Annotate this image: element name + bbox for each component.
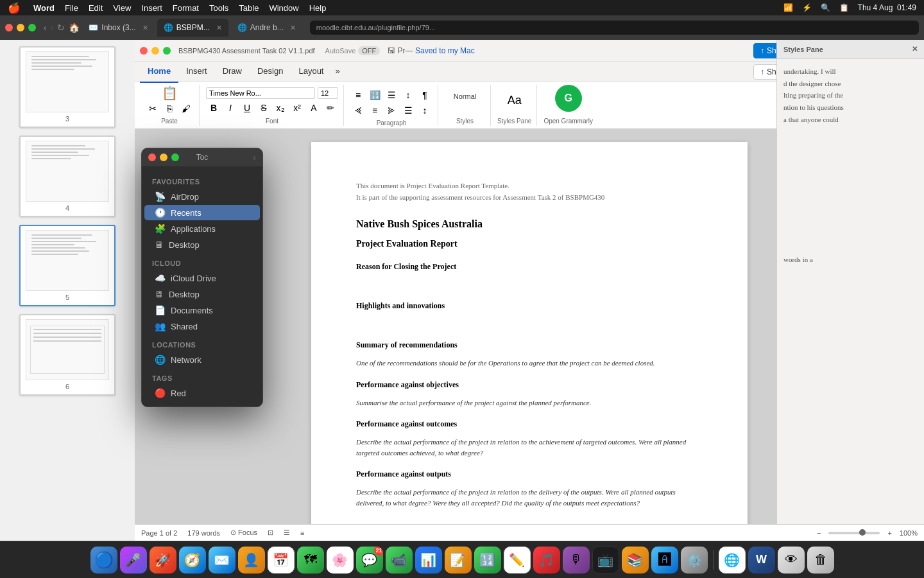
bullets-button[interactable]: ≡ bbox=[350, 87, 366, 103]
font-family-selector[interactable]: Times New Ro... bbox=[206, 87, 315, 99]
finder-item-desktop2[interactable]: 🖥 Desktop bbox=[144, 286, 260, 302]
styles-pane-button[interactable]: Aa bbox=[503, 85, 526, 116]
page-thumb-4[interactable]: 4 bbox=[19, 136, 116, 217]
reload-button[interactable]: ↻ bbox=[57, 22, 65, 33]
dock-tv[interactable]: 📺 bbox=[592, 547, 619, 574]
styles-button[interactable]: Normal bbox=[449, 85, 481, 108]
dock-photos[interactable]: 🌸 bbox=[327, 547, 354, 574]
finder-maximize[interactable] bbox=[171, 153, 179, 161]
dock-books[interactable]: 📚 bbox=[622, 547, 649, 574]
finder-close[interactable] bbox=[148, 153, 156, 161]
finder-item-icloud-drive[interactable]: ☁️ iCloud Drive bbox=[144, 270, 260, 286]
finder-item-network[interactable]: 🌐 Network bbox=[144, 352, 260, 367]
focus-button[interactable]: ⊙ Focus bbox=[230, 529, 257, 537]
outline-icon[interactable]: ☰ bbox=[284, 529, 290, 537]
show-marks-button[interactable]: ¶ bbox=[417, 87, 432, 103]
line-spacing-button[interactable]: ↕ bbox=[417, 103, 432, 118]
browser-url-bar[interactable]: moodle.cibt.edu.au/pluginfile.php/79... bbox=[310, 21, 919, 35]
menu-help[interactable]: Help bbox=[309, 3, 327, 13]
tab-insert[interactable]: Insert bbox=[178, 61, 215, 83]
dock-keynote[interactable]: 📊 bbox=[415, 547, 442, 574]
dock-mail[interactable]: ✉️ bbox=[209, 547, 235, 574]
close-button[interactable] bbox=[5, 24, 13, 31]
word-close-btn[interactable] bbox=[140, 47, 148, 55]
font-size-selector[interactable]: 12 bbox=[318, 87, 338, 99]
autosave-toggle[interactable]: OFF bbox=[358, 46, 380, 55]
maximize-button[interactable] bbox=[28, 24, 36, 31]
finder-minimize[interactable] bbox=[160, 153, 167, 161]
minimize-button[interactable] bbox=[17, 24, 24, 31]
paste-button[interactable]: 📋 bbox=[158, 85, 181, 101]
align-center-button[interactable]: ≡ bbox=[367, 103, 382, 118]
justify-button[interactable]: ☰ bbox=[400, 103, 416, 118]
search-icon[interactable]: 🔍 bbox=[821, 3, 830, 12]
open-grammarly-button[interactable]: G bbox=[555, 85, 582, 112]
tab-layout[interactable]: Layout bbox=[291, 61, 331, 83]
bold-button[interactable]: B bbox=[206, 100, 221, 116]
doc-page[interactable]: This document is Project Evaluation Repo… bbox=[311, 142, 748, 541]
zoom-in-button[interactable]: + bbox=[887, 529, 891, 537]
format-painter-button[interactable]: 🖌 bbox=[178, 101, 194, 116]
tab-home[interactable]: Home bbox=[140, 61, 178, 83]
menu-window[interactable]: Window bbox=[269, 3, 298, 13]
dock-maps[interactable]: 🗺 bbox=[297, 547, 324, 574]
finder-nav-back[interactable]: ‹ bbox=[253, 152, 256, 162]
dock-music[interactable]: 🎵 bbox=[533, 547, 560, 574]
dock-settings[interactable]: ⚙️ bbox=[681, 547, 708, 574]
dock-finder[interactable]: 🔵 bbox=[90, 547, 117, 574]
apple-menu[interactable]: 🍎 bbox=[8, 2, 21, 14]
dock-safari[interactable]: 🧭 bbox=[179, 547, 206, 574]
dock-calendar[interactable]: 📅 bbox=[268, 547, 295, 574]
highlight-button[interactable]: ✏ bbox=[323, 100, 338, 116]
finder-item-airdrop[interactable]: 📡 AirDrop bbox=[144, 189, 260, 204]
dock-chrome[interactable]: 🌐 bbox=[719, 547, 746, 574]
menu-format[interactable]: Format bbox=[173, 3, 199, 13]
dock-facetime[interactable]: 📹 bbox=[386, 547, 413, 574]
dock-word[interactable]: W bbox=[748, 547, 775, 574]
finder-item-shared[interactable]: 👥 Shared bbox=[144, 319, 260, 334]
menu-table[interactable]: Table bbox=[239, 3, 259, 13]
font-color-button[interactable]: A bbox=[306, 100, 321, 116]
word-min-btn[interactable] bbox=[151, 47, 159, 55]
align-right-button[interactable]: ⫸ bbox=[384, 103, 399, 118]
menu-view[interactable]: View bbox=[113, 3, 131, 13]
finder-item-documents[interactable]: 📄 Documents bbox=[144, 302, 260, 318]
strikethrough-button[interactable]: S bbox=[256, 100, 271, 116]
styles-pane-close-icon[interactable]: ✕ bbox=[912, 45, 918, 53]
dock-freeform[interactable]: ✏️ bbox=[504, 547, 531, 574]
back-button[interactable]: ‹ bbox=[44, 22, 47, 33]
subscript-button[interactable]: x₂ bbox=[273, 100, 288, 116]
tab-design[interactable]: Design bbox=[250, 61, 291, 83]
tab-inbox-close[interactable]: ✕ bbox=[142, 24, 148, 32]
italic-button[interactable]: I bbox=[223, 100, 238, 116]
dock-appstore[interactable]: 🅰 bbox=[651, 547, 678, 574]
page-thumb-3[interactable]: 3 bbox=[19, 46, 116, 128]
list-icon[interactable]: ≡ bbox=[300, 529, 304, 537]
finder-item-desktop[interactable]: 🖥 Desktop bbox=[144, 237, 260, 252]
layout-icon[interactable]: ⊡ bbox=[268, 529, 273, 537]
dock-messages[interactable]: 💬 21 bbox=[356, 547, 383, 574]
dock-siri[interactable]: 🎤 bbox=[120, 547, 147, 574]
tab-andre-close[interactable]: ✕ bbox=[290, 24, 296, 32]
tab-more[interactable]: » bbox=[332, 61, 344, 83]
numbering-button[interactable]: 🔢 bbox=[367, 87, 382, 103]
tab-inbox[interactable]: ✉️ Inbox (3... ✕ bbox=[82, 19, 154, 37]
finder-item-applications[interactable]: 🧩 Applications bbox=[144, 221, 260, 236]
menu-insert[interactable]: Insert bbox=[141, 3, 162, 13]
forward-button[interactable]: › bbox=[51, 22, 54, 33]
cut-button[interactable]: ✂ bbox=[145, 101, 160, 116]
menu-edit[interactable]: Edit bbox=[89, 3, 103, 13]
tab-andre[interactable]: 🌐 Andre b... ✕ bbox=[231, 19, 302, 37]
dock-launchpad[interactable]: 🚀 bbox=[150, 547, 176, 574]
menu-tools[interactable]: Tools bbox=[209, 3, 228, 13]
dock-contacts[interactable]: 👤 bbox=[238, 547, 265, 574]
tab-bsbpmg-close[interactable]: ✕ bbox=[216, 24, 222, 32]
dock-trash[interactable]: 🗑 bbox=[807, 547, 834, 574]
align-left-button[interactable]: ⫷ bbox=[350, 103, 366, 118]
outline-button[interactable]: ☰ bbox=[384, 87, 399, 103]
underline-button[interactable]: U bbox=[239, 100, 255, 116]
sort-button[interactable]: ↕ bbox=[400, 87, 416, 103]
zoom-slider[interactable] bbox=[828, 532, 880, 534]
tab-draw[interactable]: Draw bbox=[215, 61, 250, 83]
word-max-btn[interactable] bbox=[163, 47, 171, 55]
